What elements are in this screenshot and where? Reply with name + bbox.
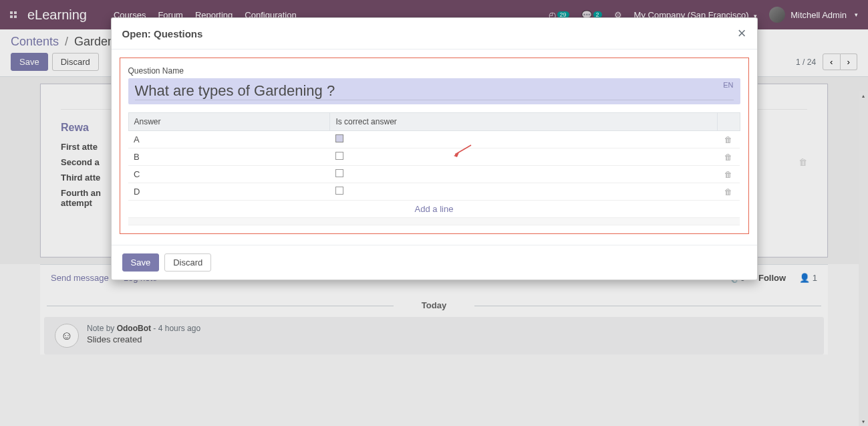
add-line-link[interactable]: Add a line: [415, 204, 454, 214]
modal-questions: Open: Questions × Question Name EN Answe…: [111, 17, 758, 280]
table-row[interactable]: A 🗑: [128, 131, 740, 148]
answer-cell[interactable]: B: [128, 148, 330, 166]
trash-icon[interactable]: 🗑: [724, 187, 732, 197]
correct-checkbox[interactable]: [335, 187, 343, 195]
table-row[interactable]: C 🗑: [128, 166, 740, 183]
trash-icon[interactable]: 🗑: [724, 170, 732, 179]
col-header-answer: Answer: [128, 113, 330, 131]
modal-sheet: Question Name EN Answer Is correct answe…: [120, 58, 749, 234]
col-header-delete: [717, 113, 740, 131]
col-header-correct: Is correct answer: [330, 113, 717, 131]
correct-checkbox[interactable]: [335, 134, 343, 142]
modal-title: Open: Questions: [122, 28, 203, 39]
answer-cell[interactable]: D: [128, 183, 330, 201]
question-name-label: Question Name: [128, 66, 740, 76]
language-badge[interactable]: EN: [723, 81, 733, 89]
answers-table: Answer Is correct answer A 🗑 B 🗑: [128, 112, 740, 225]
trash-icon[interactable]: 🗑: [724, 135, 732, 144]
table-row[interactable]: D 🗑: [128, 183, 740, 201]
modal-save-button[interactable]: Save: [122, 253, 160, 272]
correct-checkbox[interactable]: [335, 152, 343, 160]
add-line-row[interactable]: Add a line: [128, 201, 740, 218]
answer-cell[interactable]: A: [128, 131, 330, 148]
correct-checkbox[interactable]: [335, 169, 343, 177]
table-row[interactable]: B 🗑: [128, 148, 740, 166]
trash-icon[interactable]: 🗑: [724, 152, 732, 162]
question-input-wrap: EN: [128, 78, 740, 104]
question-name-input[interactable]: [135, 82, 734, 100]
modal-discard-button[interactable]: Discard: [164, 253, 211, 272]
answer-cell[interactable]: C: [128, 166, 330, 183]
close-icon[interactable]: ×: [738, 26, 746, 41]
